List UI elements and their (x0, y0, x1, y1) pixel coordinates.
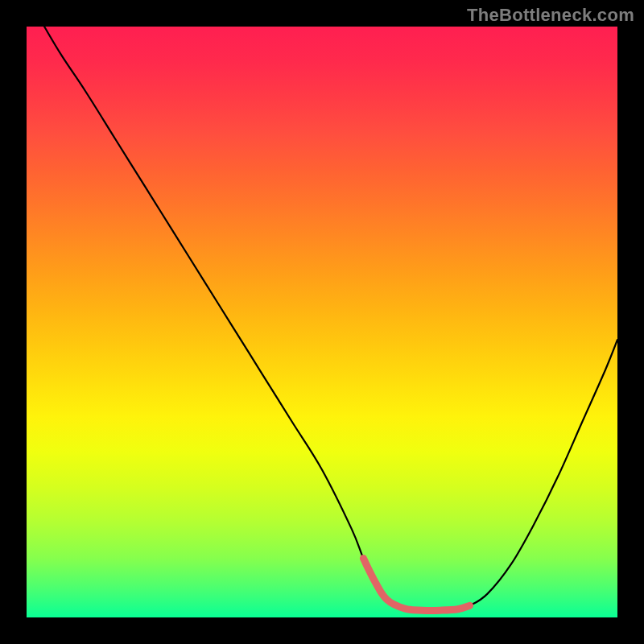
chart-stage: TheBottleneck.com (0, 0, 644, 644)
chart-main-curve (44, 27, 617, 610)
watermark-text: TheBottleneck.com (467, 5, 634, 26)
curve-svg (27, 27, 617, 617)
plot-area (27, 27, 617, 617)
chart-highlight-band (363, 559, 469, 611)
